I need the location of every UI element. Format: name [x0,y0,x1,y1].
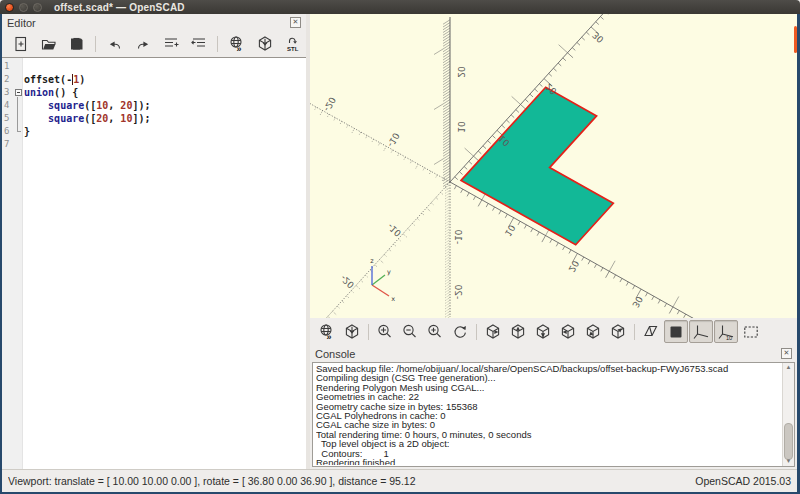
viewport-overlay-scrollbar[interactable] [794,26,797,53]
status-bar: Viewport: translate = [ 10.00 10.00 0.00… [2,469,797,492]
zoom-all-button[interactable] [373,320,397,343]
svg-text:x: x [391,295,395,303]
preview-icon: » [318,323,336,341]
window-body: Editor ✕ »STL 12offset(-1)3union() {4 sq… [0,14,800,494]
toolbar-separator [217,36,218,52]
zoom-all-icon [376,323,394,341]
reset-view-button[interactable] [448,320,472,343]
viewport-toolbar: »10 [310,318,797,345]
view-left-icon [559,323,577,341]
svg-text:-20: -20 [322,95,338,113]
fold-guide-line [17,97,18,131]
view-back-button[interactable] [606,320,630,343]
fold-column [15,60,24,73]
open-file-icon [40,35,58,53]
console-panel: Console ✕ Saved backup file: /home/obiju… [310,345,797,469]
unindent-button[interactable] [186,33,211,55]
statusbar-version: OpenSCAD 2015.03 [695,475,791,487]
view-orthogonal-button[interactable] [664,320,688,343]
scroll-down-icon[interactable]: ▼ [783,457,794,466]
console-log: Saved backup file: /home/obijuan/.local/… [316,364,781,465]
show-axes-icon [692,323,710,341]
unindent-icon [190,35,208,53]
console-close-icon[interactable]: ✕ [781,348,792,359]
svg-text:20: 20 [567,259,581,274]
view-left-button[interactable] [556,320,580,343]
console-output[interactable]: Saved backup file: /home/obijuan/.local/… [312,362,795,467]
line-number: 6 [2,125,15,138]
view-front-button[interactable] [581,320,605,343]
rendered-polygon [461,87,613,244]
maximize-button[interactable] [33,3,42,12]
reset-view-icon [451,323,469,341]
new-file-icon [12,35,30,53]
minimize-button[interactable] [19,3,28,12]
svg-text:»: » [236,44,241,54]
view-right-icon [484,323,502,341]
code-text: union() { [24,86,78,99]
toolbar-separator [95,36,96,52]
export-stl-button[interactable]: STL [280,33,305,55]
svg-text:z: z [370,257,374,265]
toolbar-separator [476,324,477,340]
scrollbar-thumb[interactable] [784,423,793,460]
view-perspective-button[interactable] [639,320,663,343]
render-icon [343,323,361,341]
close-button[interactable] [5,3,14,12]
view-all-button[interactable] [739,320,763,343]
viewport-scene: 102030-10-20102030-10-201020-10-20xyz [310,14,797,318]
console-scrollbar[interactable]: ▲ ▼ [782,363,794,466]
view-top-button[interactable] [506,320,530,343]
scroll-up-icon[interactable]: ▲ [783,363,794,372]
svg-text:30: 30 [630,294,644,309]
preview-button[interactable]: » [315,320,339,343]
render-button[interactable] [340,320,364,343]
code-text: square([20, 10]); [24,112,150,125]
show-axes-button[interactable] [689,320,713,343]
toolbar-separator [368,324,369,340]
view-right-button[interactable] [481,320,505,343]
svg-text:»: » [327,331,332,341]
view-bottom-icon [534,323,552,341]
view-top-icon [509,323,527,341]
svg-text:30: 30 [590,30,605,45]
view-front-icon [584,323,602,341]
svg-text:y: y [387,268,391,276]
code-line: 6} [2,125,306,138]
editor-dock-header: Editor ✕ [2,14,306,31]
undo-button[interactable] [102,33,127,55]
editor-panel: Editor ✕ »STL 12offset(-1)3union() {4 sq… [2,14,306,469]
right-column: 102030-10-20102030-10-201020-10-20xyz »1… [310,14,797,469]
redo-button[interactable] [130,33,155,55]
preview-button[interactable]: » [224,33,249,55]
line-number: 1 [2,60,15,73]
view-perspective-icon [642,323,660,341]
save-file-icon [68,35,86,53]
show-scale-markers-icon: 10 [717,323,735,341]
zoom-out-button[interactable] [398,320,422,343]
editor-close-icon[interactable]: ✕ [290,17,301,28]
indent-button[interactable] [158,33,183,55]
code-line: 5 square([20, 10]); [2,112,306,125]
export-stl-icon: STL [284,35,302,53]
show-scale-markers-button[interactable]: 10 [714,320,738,343]
open-file-button[interactable] [36,33,61,55]
view-bottom-button[interactable] [531,320,555,343]
3d-viewport[interactable]: 102030-10-20102030-10-201020-10-20xyz [310,14,797,318]
fold-marker-icon[interactable] [15,89,22,96]
zoom-in-icon [426,323,444,341]
code-editor[interactable]: 12offset(-1)3union() {4 square([10, 20])… [2,57,306,469]
code-line: 1 [2,60,306,73]
render-icon [256,35,274,53]
new-file-button[interactable] [8,33,33,55]
redo-icon [134,35,152,53]
fold-guide-end [17,131,21,132]
console-line: Rendering finished. [316,458,781,465]
view-all-icon [742,323,760,341]
render-button[interactable] [252,33,277,55]
save-file-button[interactable] [64,33,89,55]
zoom-in-button[interactable] [423,320,447,343]
code-line: 7 [2,138,306,151]
preview-icon: » [228,35,246,53]
svg-text:20: 20 [456,66,466,78]
